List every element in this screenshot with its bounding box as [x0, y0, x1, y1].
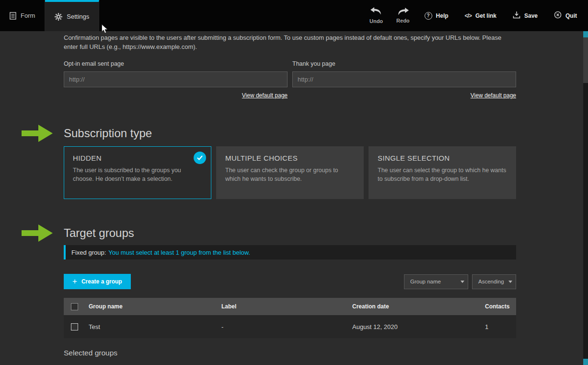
sort-by-value: Group name [410, 279, 441, 284]
chevron-down-icon [457, 275, 468, 289]
option-description: The user can check the group or groups t… [225, 166, 355, 183]
row-group-name: Test [89, 323, 221, 330]
optin-page-label: Opt-in email sent page [64, 60, 288, 67]
selected-groups-heading: Selected groups [64, 349, 516, 357]
subscription-type-heading: Subscription type [64, 126, 516, 141]
select-all-checkbox[interactable] [71, 303, 78, 310]
quit-label: Quit [565, 12, 577, 19]
chevron-down-icon [505, 275, 516, 289]
scrollbar[interactable] [583, 31, 588, 365]
optin-page-input[interactable] [64, 71, 288, 87]
redo-label: Redo [396, 18, 410, 24]
header-creation-date: Creation date [352, 303, 485, 310]
scroll-up-button[interactable] [583, 31, 588, 37]
gear-icon [55, 13, 62, 21]
subscription-type-options: HIDDEN The user is subscribed to the gro… [64, 146, 516, 199]
target-groups-heading: Target groups [64, 226, 516, 240]
sort-controls: Group name Ascending [404, 274, 516, 289]
save-button[interactable]: Save [505, 0, 546, 31]
undo-button[interactable]: Undo [363, 0, 390, 31]
tab-form-label: Form [21, 12, 35, 19]
redo-icon [397, 8, 409, 15]
undo-icon [370, 7, 382, 16]
notice-link[interactable]: You must select at least 1 group from th… [108, 249, 250, 256]
code-icon: </> [465, 12, 472, 19]
save-label: Save [524, 12, 538, 19]
tab-settings[interactable]: Settings [45, 0, 99, 31]
green-arrow-icon [22, 223, 53, 246]
help-label: Help [436, 12, 449, 19]
table-header: Group name Label Creation date Contacts [64, 298, 516, 315]
selected-check-icon [194, 152, 206, 164]
help-icon: ? [425, 12, 432, 20]
tab-form[interactable]: Form [0, 0, 45, 31]
confirmation-fields: Opt-in email sent page View default page… [64, 60, 516, 99]
subscription-type-section-head: Subscription type [64, 126, 516, 141]
sort-order-select[interactable]: Ascending [472, 274, 516, 289]
scrollbar-thumb[interactable] [583, 37, 588, 83]
row-label: - [221, 323, 352, 330]
undo-label: Undo [369, 18, 383, 24]
groups-toolbar: + Create a group Group name Ascending [64, 274, 516, 289]
thank-you-page-field: Thank you page View default page [292, 60, 516, 99]
row-contacts: 1 [485, 323, 516, 330]
header-group-name: Group name [89, 303, 221, 310]
option-multiple-choices[interactable]: MULTIPLE CHOICES The user can check the … [216, 146, 364, 199]
header-contacts: Contacts [485, 303, 516, 310]
quit-button[interactable]: Quit [546, 0, 585, 31]
view-default-page-link-thankyou[interactable]: View default page [471, 92, 516, 99]
form-icon [10, 12, 16, 20]
header-label: Label [221, 303, 352, 310]
help-button[interactable]: ? Help [416, 0, 457, 31]
topbar-actions: Undo Redo ? Help </> Get link Save Qui [363, 0, 588, 31]
option-hidden[interactable]: HIDDEN The user is subscribed to the gro… [64, 146, 211, 199]
option-title: MULTIPLE CHOICES [225, 154, 355, 162]
confirmation-description: Confirmation pages are visible to the us… [64, 33, 516, 51]
redo-button[interactable]: Redo [390, 0, 416, 31]
notice-prefix: Fixed group: [71, 249, 106, 256]
option-single-selection[interactable]: SINGLE SELECTION The user can select the… [369, 146, 516, 199]
create-group-label: Create a group [81, 278, 122, 285]
thank-you-page-input[interactable] [292, 71, 516, 87]
groups-table: Group name Label Creation date Contacts … [64, 298, 516, 338]
tab-settings-label: Settings [67, 13, 89, 20]
create-group-button[interactable]: + Create a group [64, 274, 131, 289]
row-creation-date: August 12, 2020 [352, 323, 485, 330]
row-checkbox[interactable] [71, 323, 78, 330]
thank-you-page-label: Thank you page [292, 60, 516, 67]
get-link-label: Get link [475, 12, 496, 19]
sort-by-select[interactable]: Group name [404, 274, 468, 289]
get-link-button[interactable]: </> Get link [457, 0, 505, 31]
view-default-page-link-optin[interactable]: View default page [242, 92, 288, 99]
option-title: SINGLE SELECTION [378, 154, 507, 162]
save-icon [513, 11, 520, 20]
topbar: Form Settings Undo [0, 0, 588, 31]
settings-page: Confirmation pages are visible to the us… [0, 31, 583, 365]
scroll-down-button[interactable] [583, 359, 588, 365]
fixed-group-notice: Fixed group: You must select at least 1 … [64, 245, 516, 259]
sort-order-value: Ascending [478, 279, 504, 284]
optin-page-field: Opt-in email sent page View default page [64, 60, 288, 99]
option-description: The user can select the group to which h… [378, 166, 507, 183]
quit-icon [554, 11, 562, 20]
table-row: Test - August 12, 2020 1 [64, 315, 516, 338]
option-title: HIDDEN [73, 154, 202, 162]
option-description: The user is subscribed to the groups you… [73, 166, 202, 183]
green-arrow-icon [22, 123, 53, 146]
target-groups-section-head: Target groups [64, 226, 516, 240]
plus-icon: + [72, 277, 77, 285]
